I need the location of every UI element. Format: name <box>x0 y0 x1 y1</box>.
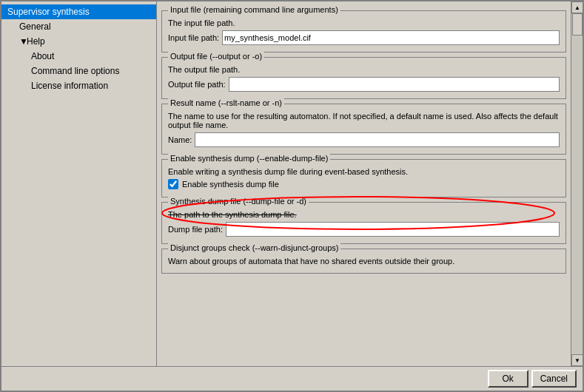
dialog-footer: Ok Cancel <box>1 366 583 391</box>
scrollbar[interactable]: ▲ ▼ <box>571 1 583 366</box>
input-file-input[interactable] <box>222 30 560 45</box>
scroll-up-button[interactable]: ▲ <box>571 1 583 13</box>
dump-file-desc-text: The path to the synthesis dump file. <box>168 210 297 219</box>
sidebar-item-label-license-information: License information <box>31 81 108 91</box>
disjunct-desc: Warn about groups of automata that have … <box>168 257 560 266</box>
output-file-input[interactable] <box>229 77 560 92</box>
dump-file-input[interactable] <box>226 222 560 237</box>
output-file-label: Output file path: <box>168 80 226 89</box>
scroll-thumb[interactable] <box>572 13 583 36</box>
input-file-section: Input file (remaining command line argum… <box>161 10 566 53</box>
dump-file-desc: The path to the synthesis dump file. <box>168 210 560 219</box>
result-name-input[interactable] <box>195 132 560 147</box>
sidebar-item-about[interactable]: About <box>1 49 156 64</box>
disjunct-title: Disjunct groups check (--warn-disjunct-g… <box>168 243 340 252</box>
scroll-track[interactable] <box>571 13 583 354</box>
enable-dump-checkbox-row: Enable synthesis dump file <box>168 179 560 189</box>
enable-dump-checkbox[interactable] <box>168 179 178 189</box>
dump-file-row: Dump file path: <box>168 222 560 237</box>
result-name-title: Result name (--rslt-name or -n) <box>168 98 284 107</box>
input-file-row: Input file path: <box>168 30 560 45</box>
sidebar-item-label-command-line-options: Command line options <box>31 66 119 76</box>
dump-file-label: Dump file path: <box>168 225 223 234</box>
sidebar-item-license-information[interactable]: License information <box>1 78 156 93</box>
scroll-down-button[interactable]: ▼ <box>571 354 583 366</box>
sidebar: Supervisor synthesisGeneral▼ HelpAboutCo… <box>1 1 157 366</box>
input-file-label: Input file path: <box>168 33 219 42</box>
sidebar-item-label-about: About <box>31 51 54 61</box>
output-file-title: Output file (--output or -o) <box>168 52 264 61</box>
sidebar-item-label-general: General <box>19 21 51 32</box>
sidebar-item-label-help: Help <box>27 36 45 47</box>
output-file-desc: The output file path. <box>168 65 560 74</box>
sidebar-item-general[interactable]: General <box>1 19 156 34</box>
result-name-desc: The name to use for the resulting automa… <box>168 112 560 129</box>
sidebar-item-help[interactable]: ▼ Help <box>1 34 156 49</box>
input-file-title: Input file (remaining command line argum… <box>168 5 340 14</box>
cancel-button[interactable]: Cancel <box>531 370 577 388</box>
sidebar-item-label-supervisor-synthesis: Supervisor synthesis <box>7 7 90 17</box>
main-dialog: Supervisor synthesisGeneral▼ HelpAboutCo… <box>0 0 584 392</box>
output-file-row: Output file path: <box>168 77 560 92</box>
enable-dump-title: Enable synthesis dump (--enable-dump-fil… <box>168 154 330 163</box>
sidebar-item-supervisor-synthesis[interactable]: Supervisor synthesis <box>1 4 156 19</box>
ok-button[interactable]: Ok <box>488 370 528 388</box>
enable-dump-section: Enable synthesis dump (--enable-dump-fil… <box>161 159 566 197</box>
result-name-section: Result name (--rslt-name or -n) The name… <box>161 104 566 155</box>
expand-icon-help: ▼ <box>19 36 27 47</box>
output-file-section: Output file (--output or -o) The output … <box>161 57 566 99</box>
result-name-label: Name: <box>168 135 192 144</box>
dialog-body: Supervisor synthesisGeneral▼ HelpAboutCo… <box>1 1 583 366</box>
enable-dump-checkbox-label: Enable synthesis dump file <box>182 180 279 189</box>
input-file-desc: The input file path. <box>168 18 560 27</box>
enable-dump-desc: Enable writing a synthesis dump file dur… <box>168 167 560 176</box>
sidebar-item-command-line-options[interactable]: Command line options <box>1 64 156 78</box>
disjunct-section: Disjunct groups check (--warn-disjunct-g… <box>161 249 566 274</box>
dump-file-section: Synthesis dump file (--dump-file or -d) … <box>161 202 566 244</box>
main-content: Input file (remaining command line argum… <box>157 1 571 366</box>
result-name-row: Name: <box>168 132 560 147</box>
